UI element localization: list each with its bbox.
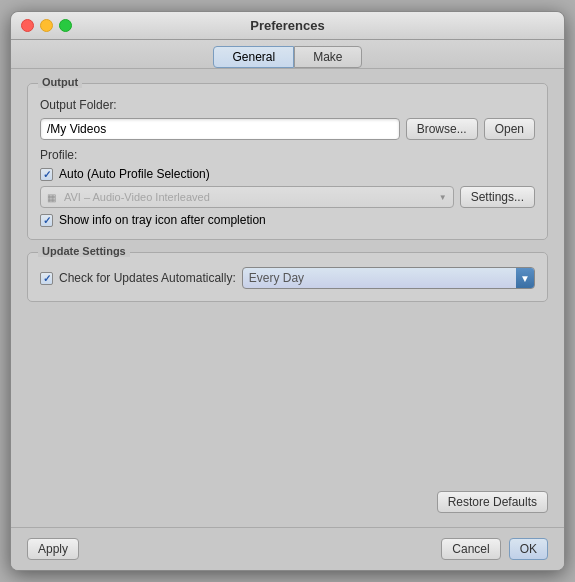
tab-bar: General Make <box>11 40 564 69</box>
tab-general[interactable]: General <box>213 46 294 68</box>
avi-combo-arrow: ▼ <box>439 193 447 202</box>
ok-button[interactable]: OK <box>509 538 548 560</box>
auto-profile-label: Auto (Auto Profile Selection) <box>59 167 210 181</box>
auto-profile-checkbox[interactable] <box>40 168 53 181</box>
window-title: Preferences <box>250 18 324 33</box>
footer-right: Cancel OK <box>441 538 548 560</box>
footer-left: Apply <box>27 538 441 560</box>
show-info-row: Show info on tray icon after completion <box>40 213 535 227</box>
restore-defaults-button[interactable]: Restore Defaults <box>437 491 548 513</box>
folder-input-row: Browse... Open <box>40 118 535 140</box>
restore-defaults-row: Restore Defaults <box>27 483 548 513</box>
auto-profile-row: Auto (Auto Profile Selection) <box>40 167 535 181</box>
profile-label: Profile: <box>40 148 77 162</box>
show-info-checkbox[interactable] <box>40 214 53 227</box>
show-info-label: Show info on tray icon after completion <box>59 213 266 227</box>
frequency-value: Every Day <box>249 271 304 285</box>
apply-button[interactable]: Apply <box>27 538 79 560</box>
open-button[interactable]: Open <box>484 118 535 140</box>
footer: Apply Cancel OK <box>11 527 564 570</box>
maximize-button[interactable] <box>59 19 72 32</box>
avi-profile-label: AVI – Audio-Video Interleaved <box>64 191 210 203</box>
output-group-label: Output <box>38 76 82 88</box>
content-area: Output Output Folder: Browse... Open Pro… <box>11 69 564 527</box>
frequency-combo[interactable]: Every Day ▼ <box>242 267 535 289</box>
check-updates-checkbox[interactable] <box>40 272 53 285</box>
update-group-label: Update Settings <box>38 245 130 257</box>
traffic-lights <box>21 19 72 32</box>
folder-input[interactable] <box>40 118 400 140</box>
tab-make[interactable]: Make <box>294 46 361 68</box>
cancel-button[interactable]: Cancel <box>441 538 500 560</box>
title-bar: Preferences <box>11 12 564 40</box>
update-group: Update Settings Check for Updates Automa… <box>27 252 548 302</box>
check-updates-label: Check for Updates Automatically: <box>59 271 236 285</box>
close-button[interactable] <box>21 19 34 32</box>
folder-field: Output Folder: Browse... Open <box>40 94 535 140</box>
frequency-arrow-icon: ▼ <box>516 268 534 288</box>
avi-profile-row: ▦ AVI – Audio-Video Interleaved ▼ Settin… <box>40 186 535 208</box>
update-check-row: Check for Updates Automatically: Every D… <box>40 267 535 289</box>
settings-button[interactable]: Settings... <box>460 186 535 208</box>
preferences-window: Preferences General Make Output Output F… <box>10 11 565 571</box>
output-group: Output Output Folder: Browse... Open Pro… <box>27 83 548 240</box>
minimize-button[interactable] <box>40 19 53 32</box>
avi-profile-combo[interactable]: ▦ AVI – Audio-Video Interleaved ▼ <box>40 186 454 208</box>
browse-button[interactable]: Browse... <box>406 118 478 140</box>
folder-label: Output Folder: <box>40 98 535 112</box>
avi-icon: ▦ <box>47 192 56 203</box>
